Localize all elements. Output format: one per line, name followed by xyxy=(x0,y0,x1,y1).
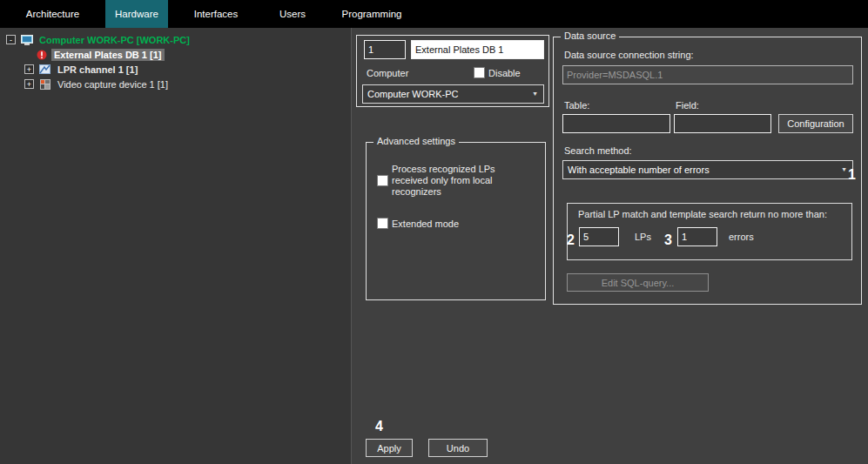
callout-4: 4 xyxy=(375,419,383,434)
tree-item-label[interactable]: LPR channel 1 [1] xyxy=(55,64,140,76)
tree-row-lpr-channel[interactable]: + LPR channel 1 [1] xyxy=(24,62,140,77)
computer-icon xyxy=(20,34,33,45)
apply-button[interactable]: Apply xyxy=(366,439,413,457)
data-source-title: Data source xyxy=(561,30,619,41)
computer-select[interactable]: Computer WORK-PC ▼ xyxy=(362,84,544,104)
tab-interfaces[interactable]: Interfaces xyxy=(168,0,264,28)
collapse-toggle-icon[interactable]: - xyxy=(6,35,16,44)
tree-item-label[interactable]: External Plates DB 1 [1] xyxy=(51,49,165,61)
alert-icon xyxy=(35,49,48,60)
expand-toggle-icon[interactable]: + xyxy=(24,79,34,89)
field-label: Field: xyxy=(676,100,699,111)
callout-2: 2 xyxy=(567,232,575,248)
object-name-field[interactable]: External Plates DB 1 xyxy=(411,40,544,59)
tree-item-label[interactable]: Video capture device 1 [1] xyxy=(55,78,171,91)
search-method-select[interactable]: With acceptable number of errors ▼ xyxy=(562,160,853,179)
data-source-group: Data source Data source connection strin… xyxy=(553,37,862,305)
search-method-label: Search method: xyxy=(564,145,632,156)
top-menu-bar: Architecture Hardware Interfaces Users P… xyxy=(0,0,868,28)
table-label: Table: xyxy=(564,100,589,111)
chevron-down-icon: ▼ xyxy=(532,91,538,98)
callout-3: 3 xyxy=(664,232,672,248)
tree-row-computer[interactable]: - Computer WORK-PC [WORK-PC] xyxy=(6,32,192,47)
object-id-field[interactable]: 1 xyxy=(364,40,406,59)
computer-select-value: Computer WORK-PC xyxy=(367,89,459,99)
connection-string-label: Data source connection string: xyxy=(564,50,694,60)
advanced-settings-title: Advanced settings xyxy=(373,136,459,146)
tree-row-external-plates-db[interactable]: External Plates DB 1 [1] xyxy=(35,47,165,62)
tab-programming[interactable]: Programming xyxy=(321,0,422,28)
device-tree-panel: - Computer WORK-PC [WORK-PC] External Pl… xyxy=(0,28,352,464)
tree-row-video-capture[interactable]: + Video capture device 1 [1] xyxy=(24,77,171,91)
field-field[interactable] xyxy=(674,114,771,133)
lps-count-field[interactable]: 5 xyxy=(579,227,619,246)
tab-architecture[interactable]: Architecture xyxy=(0,0,105,28)
lps-label: LPs xyxy=(635,232,651,242)
computer-label: Computer xyxy=(367,68,408,78)
errors-label: errors xyxy=(729,232,754,242)
process-local-lps-checkbox[interactable] xyxy=(377,175,388,186)
table-field[interactable] xyxy=(562,114,670,133)
lpr-channel-icon xyxy=(38,64,51,75)
search-method-value: With acceptable number of errors xyxy=(568,165,710,175)
connection-string-field[interactable]: Provider=MSDASQL.1 xyxy=(562,65,853,84)
edit-sql-query-button[interactable]: Edit SQL-query... xyxy=(567,273,709,292)
identity-panel: 1 External Plates DB 1 Computer Disable … xyxy=(356,35,549,107)
undo-button[interactable]: Undo xyxy=(428,439,488,457)
chevron-down-icon: ▼ xyxy=(841,166,847,173)
disable-label: Disable xyxy=(488,68,521,78)
video-capture-icon xyxy=(38,78,51,90)
extended-mode-checkbox[interactable] xyxy=(377,218,388,229)
tab-users[interactable]: Users xyxy=(264,0,321,28)
disable-checkbox[interactable] xyxy=(474,67,485,78)
expand-toggle-icon[interactable]: + xyxy=(24,64,34,74)
tree-item-label[interactable]: Computer WORK-PC [WORK-PC] xyxy=(37,34,192,46)
callout-1: 1 xyxy=(848,167,856,183)
errors-count-field[interactable]: 1 xyxy=(677,227,717,246)
tab-hardware[interactable]: Hardware xyxy=(105,0,168,28)
advanced-settings-group: Advanced settings Process recognized LPs… xyxy=(366,142,546,300)
extended-mode-label: Extended mode xyxy=(392,219,459,229)
configuration-button[interactable]: Configuration xyxy=(778,114,853,133)
partial-match-title: Partial LP match and template search ret… xyxy=(578,209,827,219)
partial-match-group: Partial LP match and template search ret… xyxy=(567,203,852,260)
process-local-lps-label: Process recognized LPs received only fro… xyxy=(392,164,507,198)
